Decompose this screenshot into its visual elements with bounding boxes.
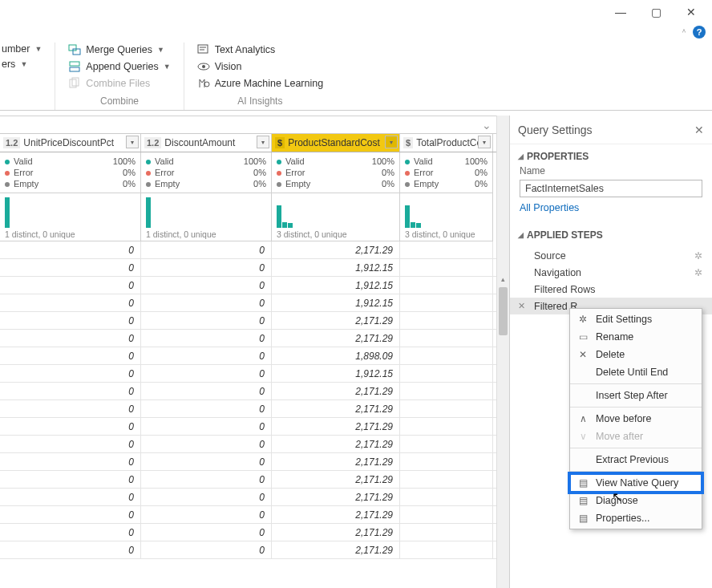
table-cell[interactable]: 2,171.29 — [272, 418, 400, 435]
table-row[interactable]: 002,171.29 — [0, 524, 496, 541]
window-close-button[interactable]: ✕ — [674, 1, 709, 23]
table-row[interactable]: 002,171.29 — [0, 383, 496, 400]
table-cell[interactable] — [400, 294, 493, 311]
table-cell[interactable]: 2,171.29 — [272, 436, 400, 452]
table-cell[interactable]: 0 — [0, 312, 141, 329]
table-cell[interactable] — [400, 541, 493, 558]
table-row[interactable]: 002,171.29 — [0, 436, 496, 453]
table-row[interactable]: 002,171.29 — [0, 312, 496, 330]
table-cell[interactable]: 2,171.29 — [272, 453, 400, 470]
column-header[interactable]: $TotalProductCost▾ — [400, 134, 493, 152]
query-name-input[interactable] — [520, 180, 702, 197]
table-cell[interactable]: 0 — [141, 383, 272, 399]
table-cell[interactable]: 2,171.29 — [272, 383, 400, 399]
merge-queries-button[interactable]: Merge Queries ▼ — [67, 43, 172, 57]
close-icon[interactable]: ✕ — [694, 124, 704, 136]
table-cell[interactable]: 0 — [0, 541, 141, 558]
table-row[interactable]: 002,171.29 — [0, 489, 496, 506]
table-cell[interactable]: 0 — [141, 277, 272, 294]
table-row[interactable]: 002,171.29 — [0, 241, 496, 259]
table-cell[interactable]: 0 — [0, 489, 141, 505]
filter-dropdown-icon[interactable]: ▾ — [478, 136, 491, 148]
table-cell[interactable]: 0 — [0, 294, 141, 311]
table-cell[interactable] — [400, 259, 493, 276]
applied-step[interactable]: Filtered Rows — [531, 281, 702, 298]
table-cell[interactable]: 0 — [0, 453, 141, 470]
table-cell[interactable]: 0 — [141, 471, 272, 488]
vision-button[interactable]: Vision — [196, 59, 326, 74]
table-row[interactable]: 002,171.29 — [0, 506, 496, 524]
window-maximize-button[interactable]: ▢ — [638, 1, 674, 23]
chevron-down-icon[interactable]: ⌄ — [482, 119, 492, 132]
table-row[interactable]: 002,171.29 — [0, 400, 496, 418]
table-row[interactable]: 002,171.29 — [0, 541, 496, 559]
table-cell[interactable]: 0 — [141, 400, 272, 417]
table-cell[interactable]: 0 — [141, 330, 272, 347]
table-cell[interactable] — [400, 277, 493, 294]
table-cell[interactable]: 2,171.29 — [272, 330, 400, 347]
table-row[interactable]: 002,171.29 — [0, 471, 496, 489]
table-cell[interactable]: 2,171.29 — [272, 400, 400, 417]
properties-heading[interactable]: ◢ PROPERTIES — [510, 144, 712, 165]
table-cell[interactable]: 0 — [0, 241, 141, 258]
table-cell[interactable] — [400, 418, 493, 435]
append-queries-button[interactable]: Append Queries ▼ — [67, 59, 172, 74]
column-header[interactable]: 1.2UnitPriceDiscountPct▾ — [0, 134, 141, 152]
applied-step[interactable]: Source✲ — [531, 247, 702, 264]
table-cell[interactable]: 0 — [0, 418, 141, 435]
table-cell[interactable]: 2,171.29 — [272, 312, 400, 329]
table-cell[interactable]: 2,171.29 — [272, 241, 400, 258]
table-cell[interactable]: 0 — [141, 312, 272, 329]
azure-ml-button[interactable]: Azure Machine Learning — [196, 76, 326, 91]
table-row[interactable]: 001,912.15 — [0, 365, 496, 383]
gear-icon[interactable]: ✲ — [694, 267, 702, 278]
column-header[interactable]: $ProductStandardCost▾ — [272, 134, 400, 152]
context-menu-item[interactable]: Extract Previous — [570, 451, 702, 468]
column-header[interactable]: 1.2DiscountAmount▾ — [141, 134, 272, 152]
ribbon-item-number[interactable]: umber▼ — [0, 43, 43, 55]
filter-dropdown-icon[interactable]: ▾ — [385, 136, 398, 148]
context-menu-item[interactable]: ▤Diagnose — [570, 492, 702, 509]
table-cell[interactable]: 0 — [0, 400, 141, 417]
table-cell[interactable]: 0 — [0, 277, 141, 294]
table-cell[interactable] — [400, 471, 493, 488]
table-cell[interactable]: 0 — [0, 471, 141, 488]
table-cell[interactable]: 0 — [0, 259, 141, 276]
context-menu-item[interactable]: ▤Properties... — [570, 509, 702, 527]
table-cell[interactable]: 0 — [141, 241, 272, 258]
table-row[interactable]: 002,171.29 — [0, 453, 496, 471]
table-cell[interactable]: 0 — [0, 383, 141, 399]
table-cell[interactable]: 2,171.29 — [272, 489, 400, 505]
table-cell[interactable]: 0 — [0, 436, 141, 452]
context-menu-item[interactable]: ∧Move before — [570, 410, 702, 428]
table-row[interactable]: 001,912.15 — [0, 277, 496, 294]
table-cell[interactable]: 0 — [0, 330, 141, 347]
table-cell[interactable]: 2,171.29 — [272, 541, 400, 558]
table-cell[interactable]: 0 — [141, 506, 272, 523]
table-cell[interactable]: 0 — [141, 541, 272, 558]
gear-icon[interactable]: ✲ — [694, 250, 702, 262]
table-cell[interactable]: 1,912.15 — [272, 365, 400, 382]
table-row[interactable]: 002,171.29 — [0, 330, 496, 347]
text-analytics-button[interactable]: Text Analytics — [196, 43, 326, 57]
context-menu-item[interactable]: ▭Rename — [570, 328, 702, 346]
table-row[interactable]: 001,898.09 — [0, 347, 496, 365]
applied-steps-heading[interactable]: ◢ APPLIED STEPS — [510, 223, 712, 244]
table-row[interactable]: 001,912.15 — [0, 294, 496, 312]
vertical-scrollbar[interactable]: ▴ — [496, 116, 509, 588]
table-cell[interactable]: 0 — [0, 524, 141, 541]
collapse-ribbon-icon[interactable]: ＾ — [680, 26, 688, 38]
context-menu-item[interactable]: Insert Step After — [570, 387, 702, 404]
table-cell[interactable]: 1,912.15 — [272, 294, 400, 311]
table-cell[interactable] — [400, 400, 493, 417]
table-cell[interactable]: 1,912.15 — [272, 277, 400, 294]
table-row[interactable]: 001,912.15 — [0, 259, 496, 277]
table-cell[interactable]: 2,171.29 — [272, 524, 400, 541]
table-cell[interactable]: 2,171.29 — [272, 471, 400, 488]
table-cell[interactable] — [400, 347, 493, 364]
filter-dropdown-icon[interactable]: ▾ — [257, 136, 269, 148]
table-cell[interactable] — [400, 312, 493, 329]
table-cell[interactable] — [400, 365, 493, 382]
table-cell[interactable]: 1,912.15 — [272, 259, 400, 276]
table-cell[interactable] — [400, 506, 493, 523]
